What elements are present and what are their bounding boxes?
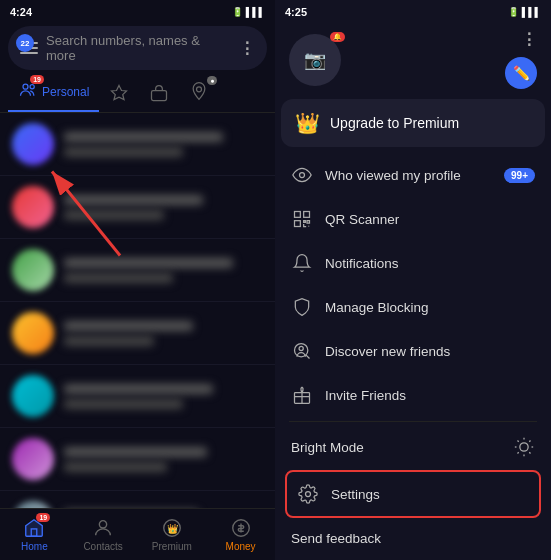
status-bar-left: 4:24 🔋 ▌▌▌ bbox=[0, 0, 275, 22]
eye-icon bbox=[291, 164, 313, 186]
tab-badge-personal: 19 bbox=[30, 75, 44, 84]
contacts-list bbox=[0, 113, 275, 508]
profile-actions: ⋮ ✏️ bbox=[505, 30, 537, 89]
menu-item-blocking[interactable]: Manage Blocking bbox=[281, 285, 545, 329]
contact-row-4[interactable] bbox=[0, 302, 275, 365]
svg-point-1 bbox=[30, 85, 34, 89]
briefcase-icon bbox=[149, 83, 169, 103]
upgrade-premium-button[interactable]: 👑 Upgrade to Premium bbox=[281, 99, 545, 147]
nav-money[interactable]: Money bbox=[206, 509, 275, 560]
contact-row-7[interactable] bbox=[0, 491, 275, 508]
section-divider-1 bbox=[289, 421, 537, 422]
svg-rect-13 bbox=[295, 212, 301, 218]
bright-mode-label: Bright Mode bbox=[291, 440, 364, 455]
search-placeholder[interactable]: Search numbers, names & more bbox=[46, 33, 231, 63]
tab-location[interactable]: ● bbox=[179, 74, 219, 112]
location-icon bbox=[189, 81, 209, 101]
hamburger-menu[interactable]: 22 bbox=[20, 42, 38, 54]
tab-favorites[interactable] bbox=[99, 74, 139, 112]
nav-money-label: Money bbox=[226, 541, 256, 552]
status-bar-right: 4:25 🔋 ▌▌▌ bbox=[275, 0, 551, 22]
svg-rect-15 bbox=[295, 221, 301, 227]
contact-row-1[interactable] bbox=[0, 113, 275, 176]
qr-icon bbox=[291, 208, 313, 230]
sun-icon bbox=[513, 436, 535, 458]
svg-marker-2 bbox=[112, 86, 127, 100]
contact-row-6[interactable] bbox=[0, 428, 275, 491]
battery-icon-right: 🔋 bbox=[508, 7, 519, 17]
svg-rect-14 bbox=[304, 212, 310, 218]
svg-point-12 bbox=[300, 173, 305, 178]
nav-contacts-label: Contacts bbox=[83, 541, 122, 552]
svg-rect-3 bbox=[152, 91, 167, 101]
blocking-label: Manage Blocking bbox=[325, 300, 535, 315]
contact-row-3[interactable] bbox=[0, 239, 275, 302]
crown-icon: 👑 bbox=[295, 111, 320, 135]
bell-icon bbox=[291, 252, 313, 274]
premium-label: Upgrade to Premium bbox=[330, 115, 459, 131]
settings-menu-item[interactable]: Settings bbox=[285, 470, 541, 518]
settings-label: Settings bbox=[331, 487, 380, 502]
who-viewed-label: Who viewed my profile bbox=[325, 168, 492, 183]
svg-point-17 bbox=[299, 346, 303, 350]
svg-point-0 bbox=[23, 84, 28, 89]
status-icons-right: 🔋 ▌▌▌ bbox=[508, 7, 541, 17]
signal-icon-left: ▌▌▌ bbox=[246, 7, 265, 17]
menu-line-3 bbox=[20, 52, 38, 54]
camera-icon: 📷 bbox=[304, 49, 326, 71]
right-panel: 4:25 🔋 ▌▌▌ 📷 🔔 ⋮ ✏️ 👑 Upgrade to Premium bbox=[275, 0, 551, 560]
svg-point-19 bbox=[520, 443, 528, 451]
send-feedback-button[interactable]: Send feedback bbox=[281, 520, 545, 557]
who-viewed-badge: 99+ bbox=[504, 168, 535, 183]
discover-icon bbox=[291, 340, 313, 362]
contacts-icon bbox=[92, 517, 114, 539]
settings-gear-icon bbox=[297, 483, 319, 505]
menu-item-who-viewed[interactable]: Who viewed my profile 99+ bbox=[281, 153, 545, 197]
search-bar[interactable]: 22 Search numbers, names & more ⋮ bbox=[8, 26, 267, 70]
qr-label: QR Scanner bbox=[325, 212, 535, 227]
nav-contacts[interactable]: Contacts bbox=[69, 509, 138, 560]
premium-icon: 👑 bbox=[161, 517, 183, 539]
send-feedback-label: Send feedback bbox=[291, 531, 381, 546]
discover-label: Discover new friends bbox=[325, 344, 535, 359]
signal-icon-right: ▌▌▌ bbox=[522, 7, 541, 17]
tab-icon-wrap-location: ● bbox=[189, 81, 209, 105]
tab-work[interactable] bbox=[139, 74, 179, 112]
nav-home[interactable]: 19 Home bbox=[0, 509, 69, 560]
svg-line-23 bbox=[529, 452, 530, 453]
invite-label: Invite Friends bbox=[325, 388, 535, 403]
battery-icon-left: 🔋 bbox=[232, 7, 243, 17]
menu-item-notifications[interactable]: Notifications bbox=[281, 241, 545, 285]
nav-premium[interactable]: 👑 Premium bbox=[138, 509, 207, 560]
svg-line-26 bbox=[518, 452, 519, 453]
menu-item-invite[interactable]: Invite Friends bbox=[281, 373, 545, 417]
menu-list: 👑 Upgrade to Premium Who viewed my profi… bbox=[275, 95, 551, 560]
edit-profile-button[interactable]: ✏️ bbox=[505, 57, 537, 89]
status-icons-left: 🔋 ▌▌▌ bbox=[232, 7, 265, 17]
svg-line-22 bbox=[518, 441, 519, 442]
menu-item-qr[interactable]: QR Scanner bbox=[281, 197, 545, 241]
notifications-label: Notifications bbox=[325, 256, 535, 271]
profile-notification-badge: 🔔 bbox=[330, 32, 345, 42]
tab-icon-wrap-personal: 19 bbox=[18, 80, 38, 104]
contact-row-2[interactable] bbox=[0, 176, 275, 239]
notification-badge: 22 bbox=[16, 34, 34, 52]
shield-icon bbox=[291, 296, 313, 318]
svg-text:👑: 👑 bbox=[166, 523, 178, 535]
time-right: 4:25 bbox=[285, 6, 307, 18]
tabs-row: 19 Personal ● bbox=[0, 74, 275, 113]
contact-row-5[interactable] bbox=[0, 365, 275, 428]
bottom-navigation: 19 Home Contacts 👑 Premium bbox=[0, 508, 275, 560]
nav-premium-label: Premium bbox=[152, 541, 192, 552]
tab-badge-location: ● bbox=[207, 76, 217, 85]
menu-item-discover[interactable]: Discover new friends bbox=[281, 329, 545, 373]
home-badge: 19 bbox=[36, 513, 50, 522]
profile-more-options[interactable]: ⋮ bbox=[521, 30, 537, 49]
star-icon bbox=[109, 83, 129, 103]
tab-personal[interactable]: 19 Personal bbox=[8, 74, 99, 112]
gift-icon bbox=[291, 384, 313, 406]
profile-avatar[interactable]: 📷 🔔 bbox=[289, 34, 341, 86]
svg-point-28 bbox=[306, 492, 311, 497]
more-options-button[interactable]: ⋮ bbox=[239, 39, 255, 58]
bright-mode-toggle[interactable]: Bright Mode bbox=[281, 426, 545, 468]
